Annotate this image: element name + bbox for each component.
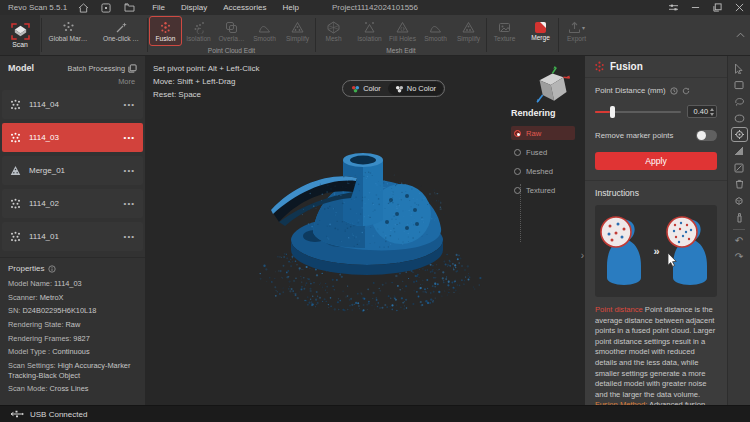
- overlap-icon: [225, 21, 238, 34]
- rendering-option-fused[interactable]: Fused: [511, 145, 575, 159]
- status-bar: USB Connected: [0, 405, 750, 422]
- model-item-1114-01[interactable]: 1114_01 •••: [2, 222, 143, 251]
- select-cursor-tool[interactable]: [731, 61, 748, 76]
- reset-icon[interactable]: [682, 87, 690, 95]
- point-distance-label: Point Distance (mm): [595, 86, 666, 95]
- history-icon[interactable]: [670, 87, 678, 95]
- menu-help[interactable]: Help: [282, 3, 298, 12]
- ribbon-collapse-button[interactable]: [730, 15, 750, 55]
- mesh-smooth-button[interactable]: Smooth: [419, 16, 452, 46]
- lasso-select-tool[interactable]: [731, 94, 748, 109]
- panel-expander[interactable]: ›: [581, 250, 584, 261]
- point-distance-slider[interactable]: [595, 106, 681, 118]
- minimize-button[interactable]: [684, 0, 706, 15]
- export-button[interactable]: ▾ Export: [560, 16, 593, 46]
- bust-after-image: [665, 212, 713, 290]
- color-option[interactable]: Color: [344, 82, 388, 95]
- point-cloud-icon: [10, 231, 21, 242]
- batch-processing-button[interactable]: Batch Processing: [67, 64, 137, 73]
- simplify-icon: [291, 21, 304, 34]
- slider-handle[interactable]: [610, 106, 615, 118]
- remove-marker-toggle[interactable]: [696, 130, 717, 141]
- instructions-section: Instructions » Point distance Point dist…: [585, 180, 727, 405]
- redo-button[interactable]: ↷: [731, 250, 748, 265]
- color-dots-icon: [351, 85, 360, 93]
- pc-isolation-button[interactable]: Isolation: [182, 16, 215, 46]
- menu-display[interactable]: Display: [181, 3, 207, 12]
- point-cloud-icon: [10, 132, 21, 143]
- point-cloud-model[interactable]: [255, 148, 495, 333]
- mesh-edit-group: Mesh Isolation Fill Holes Smooth Simplif…: [317, 15, 485, 55]
- point-distance-input[interactable]: 0.40: [687, 105, 717, 118]
- new-project-icon[interactable]: [99, 2, 113, 13]
- more-button[interactable]: More: [0, 75, 145, 90]
- mesh-isolation-button[interactable]: Isolation: [353, 16, 386, 46]
- color-mode-toggle[interactable]: Color No Color: [342, 80, 445, 97]
- item-menu-button[interactable]: •••: [124, 133, 135, 142]
- model-item-1114-04[interactable]: 1114_04 •••: [2, 90, 143, 119]
- item-menu-button[interactable]: •••: [124, 232, 135, 241]
- marker-tools-group: Global Mar… One-click …: [43, 15, 146, 55]
- item-menu-button[interactable]: •••: [124, 199, 135, 208]
- scan-button[interactable]: Scan: [0, 15, 40, 55]
- prop-sn: SN: D24B02295H6K10L18: [8, 306, 137, 316]
- mesh-simplify-button[interactable]: Simplify: [452, 16, 485, 46]
- fusion-panel-icon: [594, 61, 605, 72]
- delete-selection-tool[interactable]: [731, 177, 748, 192]
- model-item-merge-01[interactable]: Merge_01 •••: [2, 156, 143, 185]
- rendering-option-meshed[interactable]: Meshed: [511, 164, 575, 178]
- undo-button[interactable]: ↶: [731, 233, 748, 248]
- model-item-1114-03[interactable]: 1114_03 •••: [2, 123, 143, 152]
- rendering-title: Rendering: [511, 108, 575, 118]
- paint-select-tool[interactable]: [731, 210, 748, 225]
- remove-marker-label: Remove marker points: [595, 131, 673, 140]
- mesh-edit-label: Mesh Edit: [317, 46, 485, 55]
- navigation-cube[interactable]: [529, 64, 573, 108]
- rendering-option-raw[interactable]: Raw: [511, 126, 575, 140]
- chevron-up-icon: [736, 32, 745, 38]
- titlebar: Revo Scan 5.5.1 File Display Accessories…: [0, 0, 750, 15]
- rectangle-select-tool[interactable]: [731, 78, 748, 93]
- maximize-button[interactable]: [706, 0, 728, 15]
- mesh-isolation-icon: [363, 21, 376, 34]
- ellipse-select-tool[interactable]: [731, 111, 748, 126]
- crop-box-tool[interactable]: [731, 193, 748, 208]
- apply-button[interactable]: Apply: [595, 152, 717, 170]
- menu-accessories[interactable]: Accessories: [223, 3, 266, 12]
- rendering-options: Rendering Raw Fused Meshed Textured: [511, 108, 575, 202]
- home-icon[interactable]: [76, 2, 90, 13]
- pc-smooth-button[interactable]: Smooth: [248, 16, 281, 46]
- point-cloud-icon: [10, 99, 21, 110]
- radio-icon: [514, 149, 521, 156]
- no-color-option[interactable]: No Color: [388, 82, 443, 95]
- one-click-button[interactable]: One-click …: [96, 16, 146, 46]
- viewport-3d[interactable]: Set pivot point: Alt + Left-Click Move: …: [145, 56, 585, 405]
- radio-icon: [514, 130, 521, 137]
- rendering-option-textured[interactable]: Textured: [511, 183, 575, 197]
- item-menu-button[interactable]: •••: [124, 166, 135, 175]
- invert-selection-tool[interactable]: [731, 144, 748, 159]
- overlap-button[interactable]: Overla…: [215, 16, 248, 46]
- prop-scan-settings: Scan Settings: High Accuracy-Marker Trac…: [8, 361, 137, 380]
- global-marker-button[interactable]: Global Mar…: [43, 16, 93, 46]
- mesh-button[interactable]: Mesh: [317, 16, 350, 46]
- spinner-arrows[interactable]: [710, 108, 714, 116]
- merge-button[interactable]: Merge: [524, 16, 557, 46]
- menu-file[interactable]: File: [152, 3, 165, 12]
- bust-before-image: [599, 212, 647, 290]
- circle-select-tool-active[interactable]: [731, 127, 748, 142]
- pc-simplify-button[interactable]: Simplify: [281, 16, 314, 46]
- item-menu-button[interactable]: •••: [124, 100, 135, 109]
- texture-button[interactable]: Texture: [488, 16, 521, 46]
- model-panel-title: Model: [8, 63, 34, 73]
- fill-holes-button[interactable]: Fill Holes: [386, 16, 419, 46]
- open-folder-icon[interactable]: [122, 2, 136, 13]
- close-button[interactable]: [728, 0, 750, 15]
- model-item-1114-02[interactable]: 1114_02 •••: [2, 189, 143, 218]
- plane-cut-tool[interactable]: [731, 160, 748, 175]
- layout-settings-icon[interactable]: [662, 0, 684, 15]
- radio-icon: [514, 187, 521, 194]
- batch-icon: [128, 64, 137, 73]
- fusion-panel: Fusion Point Distance (mm) 0.40 Remove m…: [585, 56, 727, 405]
- fusion-button[interactable]: Fusion: [149, 16, 182, 46]
